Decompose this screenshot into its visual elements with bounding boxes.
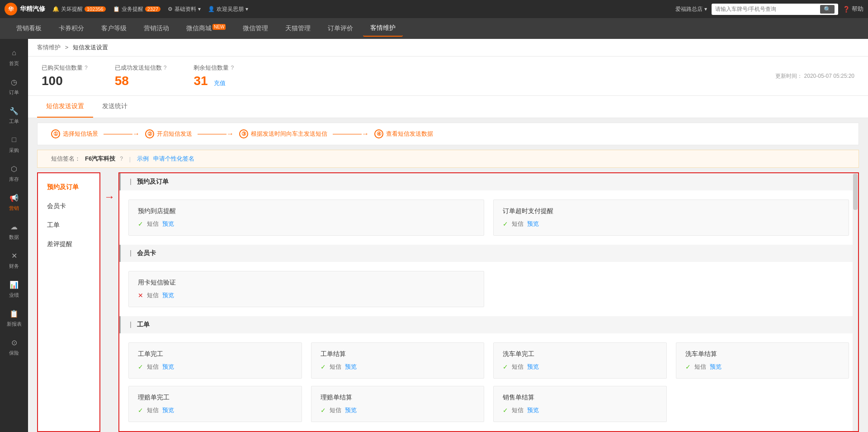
card-order-timeout: 订单超时支付提醒 ✓ 短信 预览 xyxy=(493,199,849,236)
store-selector[interactable]: 爱福路总店 ▾ xyxy=(675,5,707,13)
preview-link-claim-settle[interactable]: 预览 xyxy=(345,406,357,414)
search-input[interactable] xyxy=(715,6,820,12)
user-label: 欢迎吴思朋 xyxy=(217,5,244,13)
user-icon: 👤 xyxy=(208,6,215,12)
sig-example-link[interactable]: 示例 xyxy=(137,155,149,163)
cat-item-bad-review[interactable]: 差评提醒 xyxy=(38,235,99,254)
purchased-info-icon[interactable]: ? xyxy=(85,65,88,71)
basic-data-nav-item[interactable]: ⚙ 基础资料 ▾ xyxy=(168,5,201,13)
sent-info-icon[interactable]: ? xyxy=(164,65,167,71)
section-header-appointment: | 预约及订单 xyxy=(119,173,858,190)
step-2: ② 开启短信发送 xyxy=(145,129,192,138)
sidebar-item-insurance[interactable]: ⊙ 保险 xyxy=(0,332,28,361)
main-layout: ⌂ 首页 ◷ 订单 🔧 工单 □ 采购 ⬡ 库存 📢 营销 ☁ 数据 ✕ 财 xyxy=(0,39,868,432)
check-icon-wo-complete: ✓ xyxy=(138,363,143,370)
sidebar-label-orders: 订单 xyxy=(9,89,19,96)
orders-icon: ◷ xyxy=(8,76,20,88)
section-content-member: 用卡短信验证 ✕ 短信 预览 xyxy=(119,262,858,316)
business-nav-item[interactable]: 📋 业务提醒 2327 xyxy=(113,5,160,13)
stat-sent: 已成功发送短信数 ? 58 xyxy=(115,64,167,88)
stat-purchased: 已购买短信数量 ? 100 xyxy=(42,64,88,88)
card-sales-settle: 销售单结算 ✓ 短信 预览 xyxy=(493,386,667,422)
sms-label-claim-complete: 短信 xyxy=(147,406,159,414)
card-appointment-reminder: 预约到店提醒 ✓ 短信 预览 xyxy=(128,199,484,236)
sms-label-appointment: 短信 xyxy=(147,220,159,228)
card-workorder-complete: 工单完工 ✓ 短信 预览 xyxy=(128,342,302,379)
preview-link-claim-complete[interactable]: 预览 xyxy=(162,406,174,414)
nav-customer-care[interactable]: 客情维护 xyxy=(363,20,403,37)
home-icon: ⌂ xyxy=(8,47,20,59)
remaining-info-icon[interactable]: ? xyxy=(231,65,234,71)
sidebar-item-home[interactable]: ⌂ 首页 xyxy=(0,43,28,71)
sidebar-label-performance: 业绩 xyxy=(9,292,19,299)
app-name: 华精汽修 xyxy=(20,5,45,13)
sidebar-label-insurance: 保险 xyxy=(9,350,19,356)
sig-info-icon[interactable]: ? xyxy=(120,156,123,162)
member-cards-grid: 用卡短信验证 ✕ 短信 预览 xyxy=(128,271,849,307)
card-claim-settle: 理赔单结算 ✓ 短信 预览 xyxy=(311,386,485,422)
preview-link-sms-verify[interactable]: 预览 xyxy=(162,291,174,299)
workorder-cards-grid: 工单完工 ✓ 短信 预览 工单结算 ✓ 短信 xyxy=(128,342,849,379)
nav-marketing-board[interactable]: 营销看板 xyxy=(9,21,49,36)
cat-item-appointment[interactable]: 预约及订单 xyxy=(38,178,99,197)
card-row-wo-complete: ✓ 短信 预览 xyxy=(138,363,292,371)
preview-link-wo-settle[interactable]: 预览 xyxy=(345,363,357,371)
cat-item-member-card[interactable]: 会员卡 xyxy=(38,197,99,216)
recharge-link[interactable]: 充值 xyxy=(214,80,226,86)
nav-card-points[interactable]: 卡券积分 xyxy=(52,21,91,36)
nav-wechat-manage[interactable]: 微信管理 xyxy=(236,21,275,36)
nav-marketing-activity[interactable]: 营销活动 xyxy=(137,21,176,36)
nav-customer-grade[interactable]: 客户等级 xyxy=(94,21,134,36)
workorder-icon: 🔧 xyxy=(8,105,20,117)
card-title-appointment: 预约到店提醒 xyxy=(138,207,475,215)
sms-label-wash-complete: 短信 xyxy=(512,363,524,371)
sidebar-item-marketing[interactable]: 📢 营销 xyxy=(0,187,28,216)
chevron-down-icon-store: ▾ xyxy=(704,6,707,12)
user-nav-item[interactable]: 👤 欢迎吴思朋 ▾ xyxy=(208,5,248,13)
preview-link-order-timeout[interactable]: 预览 xyxy=(527,220,539,228)
preview-link-wash-settle[interactable]: 预览 xyxy=(710,363,722,371)
sidebar-item-data[interactable]: ☁ 数据 xyxy=(0,216,28,245)
check-icon-wash-complete: ✓ xyxy=(503,363,508,370)
tab-sms-settings[interactable]: 短信发送设置 xyxy=(37,96,93,118)
sig-apply-link[interactable]: 申请个性化签名 xyxy=(153,155,194,163)
workorder-cards-grid-2: 理赔单完工 ✓ 短信 预览 理赔单结算 ✓ 短信 xyxy=(128,386,849,422)
sidebar-item-purchase[interactable]: □ 采购 xyxy=(0,129,28,158)
preview-link-appointment[interactable]: 预览 xyxy=(162,220,174,228)
alerts-nav-item[interactable]: 🔔 关坏提醒 102356 xyxy=(52,5,106,13)
chevron-down-icon: ▾ xyxy=(198,6,201,12)
nav-wechat-shop[interactable]: 微信商城NEW xyxy=(179,21,233,36)
help-button[interactable]: ❓ 帮助 xyxy=(843,5,863,13)
preview-link-wash-complete[interactable]: 预览 xyxy=(527,363,539,371)
sms-label-wo-complete: 短信 xyxy=(147,363,159,371)
sidebar-item-orders[interactable]: ◷ 订单 xyxy=(0,71,28,100)
inventory-icon: ⬡ xyxy=(8,163,20,175)
card-claim-complete: 理赔单完工 ✓ 短信 预览 xyxy=(128,386,302,422)
search-button[interactable]: 🔍 xyxy=(820,5,835,14)
scrollbar-thumb[interactable] xyxy=(853,174,858,210)
nav-order-review[interactable]: 订单评价 xyxy=(321,21,360,36)
preview-link-sales-settle[interactable]: 预览 xyxy=(527,406,539,414)
sig-value: F6汽车科技 xyxy=(85,155,115,163)
card-title-order-timeout: 订单超时支付提醒 xyxy=(503,207,840,215)
nav-tmall-manage[interactable]: 天猫管理 xyxy=(278,21,318,36)
sidebar-item-workorder[interactable]: 🔧 工单 xyxy=(0,100,28,129)
preview-link-wo-complete[interactable]: 预览 xyxy=(162,363,174,371)
sidebar-label-workorder: 工单 xyxy=(9,118,19,125)
sms-label-claim-settle: 短信 xyxy=(330,406,341,414)
steps-bar: ① 选择短信场景 ————→ ② 开启短信发送 ————→ ③ 根据发送时间向车… xyxy=(37,123,859,145)
cat-item-workorder[interactable]: 工单 xyxy=(38,216,99,235)
sidebar-item-reports[interactable]: 📋 新报表 xyxy=(0,303,28,332)
sidebar-item-finance[interactable]: ✕ 财务 xyxy=(0,245,28,274)
scrollbar-track[interactable] xyxy=(853,173,858,431)
signature-bar: 短信签名： F6汽车科技 ? | 示例 申请个性化签名 xyxy=(37,150,859,168)
sidebar-item-inventory[interactable]: ⬡ 库存 xyxy=(0,158,28,187)
tab-send-statistics[interactable]: 发送统计 xyxy=(93,96,137,118)
card-title-wash-complete: 洗车单完工 xyxy=(503,350,657,358)
step-arrow-2: ————→ xyxy=(198,130,234,138)
step-label-3: 根据发送时间向车主发送短信 xyxy=(251,130,327,138)
main-content: 客情维护 > 短信发送设置 已购买短信数量 ? 100 已成功发送短信数 ? 5… xyxy=(28,39,868,432)
card-row-wash-settle: ✓ 短信 预览 xyxy=(685,363,840,371)
step-num-2: ② xyxy=(145,129,154,138)
sidebar-item-performance[interactable]: 📊 业绩 xyxy=(0,274,28,303)
